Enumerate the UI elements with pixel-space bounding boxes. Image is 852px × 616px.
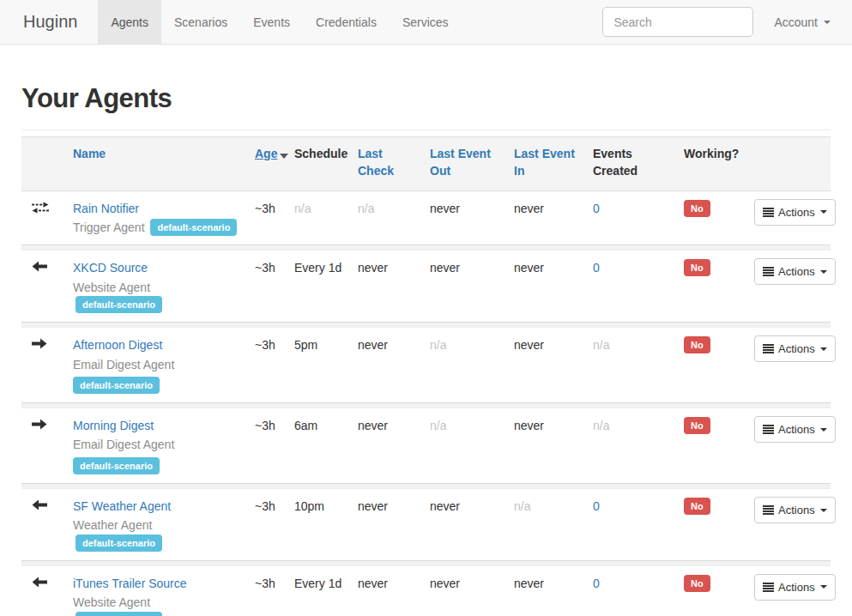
column-header-actions [747, 137, 831, 191]
events-created-cell: n/a [586, 408, 677, 484]
page-title: Your Agents [21, 83, 831, 114]
brand-huginn[interactable]: Huginn [23, 0, 77, 44]
actions-button[interactable]: Actions [754, 335, 836, 362]
status-badge: No [684, 498, 710, 515]
column-header-last-event-out: Last Event Out [423, 137, 507, 191]
list-icon [763, 583, 774, 592]
actions-button[interactable]: Actions [754, 199, 836, 226]
sort-link-name[interactable]: Name [73, 147, 106, 160]
actions-button[interactable]: Actions [754, 258, 836, 285]
actions-cell: Actions [747, 251, 831, 323]
age-cell: ~3h [248, 408, 287, 484]
scenario-badge[interactable]: default-scenario [73, 377, 160, 394]
name-cell: Rain Notifier Trigger Agent default-scen… [66, 190, 248, 245]
actions-cell: Actions [747, 489, 831, 561]
arrow-left-icon [32, 499, 63, 510]
last-event-in-cell: never [507, 251, 586, 323]
search-input[interactable] [602, 7, 753, 37]
table-row: Morning Digest Email Digest Agent defaul… [21, 408, 831, 484]
agent-name-link[interactable]: XKCD Source [73, 261, 148, 275]
scenario-badge[interactable]: default-scenario [76, 296, 162, 313]
actions-button[interactable]: Actions [754, 574, 836, 601]
nav-item-agents[interactable]: Agents [98, 0, 161, 44]
sort-link-last-event-out[interactable]: Last Event Out [430, 147, 491, 178]
schedule-cell: 5pm [287, 328, 351, 403]
chevron-down-icon [820, 347, 827, 351]
name-cell: SF Weather Agent Weather Agent default-s… [66, 489, 248, 561]
main-content: Your Agents Name Age Schedule Last Check [0, 83, 852, 616]
working-cell: No [677, 489, 747, 561]
events-created-cell: 0 [586, 565, 677, 616]
events-count-link[interactable]: 0 [593, 499, 600, 513]
agent-type: Email Digest Agent [73, 438, 174, 451]
status-badge: No [684, 575, 710, 592]
agent-name-link[interactable]: SF Weather Agent [73, 499, 171, 513]
divider [21, 130, 831, 130]
agent-type: Website Agent [73, 595, 150, 609]
agent-name-link[interactable]: Rain Notifier [73, 202, 139, 215]
sort-link-last-check[interactable]: Last Check [358, 147, 394, 178]
scenario-badge[interactable]: default-scenario [150, 219, 237, 236]
account-label: Account [774, 15, 818, 29]
scenario-badge[interactable]: default-scenario [76, 612, 162, 616]
agents-table: Name Age Schedule Last Check Last Event … [21, 136, 831, 616]
events-created-cell: n/a [586, 328, 677, 403]
list-icon [763, 208, 774, 217]
status-badge: No [684, 259, 710, 276]
sort-link-last-event-in[interactable]: Last Event In [514, 147, 575, 178]
working-cell: No [677, 328, 747, 403]
column-header-last-check: Last Check [351, 137, 423, 191]
agent-name-link[interactable]: iTunes Trailer Source [73, 577, 187, 590]
sort-link-age[interactable]: Age [255, 147, 277, 160]
schedule-cell: 6am [287, 408, 351, 484]
schedule-cell: 10pm [287, 489, 351, 561]
schedule-cell: n/a [287, 190, 351, 245]
actions-button-label: Actions [778, 504, 815, 516]
nav-item-credentials[interactable]: Credentials [303, 0, 390, 44]
agent-type: Email Digest Agent [73, 358, 174, 371]
navbar: Huginn Agents Scenarios Events Credentia… [0, 0, 852, 45]
agent-name-link[interactable]: Afternoon Digest [73, 338, 162, 352]
last-event-in-cell: never [507, 190, 586, 245]
actions-button-label: Actions [778, 423, 815, 436]
agent-type: Trigger Agent [73, 220, 145, 234]
last-event-out-cell: n/a [423, 328, 507, 403]
last-event-out-cell: never [423, 251, 507, 323]
events-count-link[interactable]: 0 [593, 577, 600, 590]
name-cell: Morning Digest Email Digest Agent defaul… [66, 408, 248, 484]
account-menu[interactable]: Account [774, 0, 831, 44]
list-icon [763, 505, 774, 515]
chevron-down-icon [824, 21, 831, 24]
last-event-out-cell: never [423, 565, 507, 616]
actions-button[interactable]: Actions [754, 497, 836, 523]
column-header-age: Age [248, 137, 287, 191]
nav-item-events[interactable]: Events [240, 0, 303, 44]
schedule-cell: Every 1d [287, 565, 351, 616]
actions-button[interactable]: Actions [754, 416, 836, 443]
nav-item-scenarios[interactable]: Scenarios [161, 0, 240, 44]
last-event-out-cell: never [423, 489, 507, 561]
schedule-cell: Every 1d [287, 251, 351, 323]
chevron-down-icon [820, 210, 827, 214]
nav-item-services[interactable]: Services [390, 0, 462, 44]
age-cell: ~3h [248, 328, 287, 403]
events-created-cell: 0 [586, 190, 677, 245]
last-event-in-cell: never [507, 328, 586, 403]
name-cell: Afternoon Digest Email Digest Agent defa… [66, 328, 248, 403]
name-cell: XKCD Source Website Agent default-scenar… [66, 251, 248, 323]
last-event-in-cell: never [507, 565, 586, 616]
actions-cell: Actions [747, 328, 831, 403]
table-row: Afternoon Digest Email Digest Agent defa… [21, 328, 831, 403]
working-cell: No [677, 565, 747, 616]
events-count-link[interactable]: 0 [593, 261, 600, 275]
arrow-right-icon [32, 338, 63, 349]
events-count-link[interactable]: 0 [593, 202, 600, 215]
last-check-cell: never [351, 251, 423, 323]
agent-name-link[interactable]: Morning Digest [73, 419, 154, 432]
last-event-in-cell: never [507, 408, 586, 484]
column-header-working: Working? [677, 137, 747, 191]
scenario-badge[interactable]: default-scenario [73, 457, 160, 474]
list-icon [763, 344, 774, 353]
transfer-icon [32, 202, 63, 214]
scenario-badge[interactable]: default-scenario [76, 534, 162, 552]
